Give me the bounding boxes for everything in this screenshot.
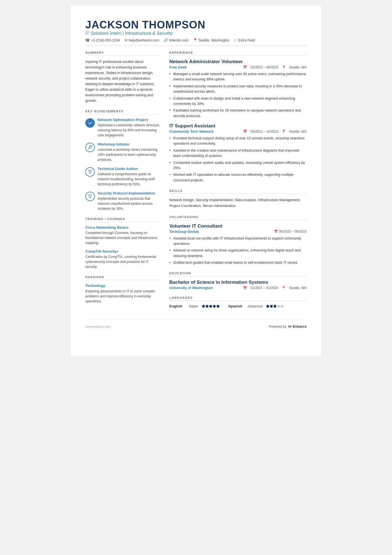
achievement-content: Workshop Initiator Launched a workshop s… <box>98 142 160 162</box>
candidate-title: IT Solutions Intern | Infrastructure & S… <box>85 31 307 36</box>
lang-name-english: English <box>169 304 186 308</box>
calendar-icon: 📅 <box>243 286 247 290</box>
languages-row: English Native Spanish Advanced <box>169 304 307 308</box>
bullet-item: Provided technical support during setup … <box>169 136 307 147</box>
training-item: CompTIA Security+ Certification by CompT… <box>85 249 160 269</box>
achievement-item: Technical Guide Author Authored a compre… <box>85 167 160 187</box>
location-text: Seattle, Washington <box>199 38 229 42</box>
job-company: Community Tech Network <box>169 129 214 134</box>
candidate-name: JACKSON THOMPSON <box>85 19 307 31</box>
calendar-icon: 📅 <box>243 130 247 134</box>
enhancv-logo: ∞ Enhancv <box>288 324 307 329</box>
job-entry: IT Support Assistant Community Tech Netw… <box>169 123 307 183</box>
education-entry: Bachelor of Science in Information Syste… <box>169 280 307 290</box>
location-icon: 📍 <box>193 38 197 42</box>
dot <box>202 305 205 308</box>
resume-page: JACKSON THOMPSON IT Solutions Intern | I… <box>71 6 321 356</box>
bullet-item: Assisted local non-profits with IT infra… <box>169 236 307 247</box>
achievement-title: Security Protocol Implementation <box>98 191 160 195</box>
left-column: SUMMARY Aspiring IT professional excited… <box>85 51 160 308</box>
training-desc: Certification by CompTIA, covering funda… <box>85 254 160 269</box>
extra-text: Extra Field <box>238 38 255 42</box>
calendar-icon: 📅 <box>243 65 247 69</box>
edu-location: Seattle, WA <box>289 286 307 290</box>
dot <box>270 305 273 308</box>
job-entry: Network Administrator Volunteer Free Gee… <box>169 59 307 119</box>
brand-name: Enhancv <box>293 325 307 329</box>
contact-email: ✉ help@enhancv.com <box>125 38 159 42</box>
language-item-english: English Native <box>169 304 219 308</box>
achievement-content: Technical Guide Author Authored a compre… <box>98 167 160 187</box>
job-bullets: Managed a small-scale network serving ov… <box>169 71 307 119</box>
bullet-item: Facilitated training workshops for 30 vo… <box>169 108 307 119</box>
achievement-icon-check <box>85 118 95 128</box>
vol-org: TechSoup Global <box>169 230 199 234</box>
dot <box>266 305 269 308</box>
achievement-desc: Authored a comprehensive guide on networ… <box>98 172 160 187</box>
achievement-icon-trophy <box>85 167 95 177</box>
summary-section-title: SUMMARY <box>85 51 160 56</box>
achievement-desc: Launched a workshop series introducing 1… <box>98 147 160 162</box>
pin-icon: 📍 <box>282 286 286 290</box>
star-icon: ☆ <box>234 38 237 42</box>
dot <box>274 305 276 308</box>
edu-date-loc: 📅 01/2021 – 01/2025 📍 Seattle, WA <box>243 286 307 290</box>
achievement-item: Security Protocol Implementation Impleme… <box>85 191 160 211</box>
footer-brand: Powered by ∞ Enhancv <box>269 324 307 329</box>
achievement-desc: Optimized a community network structure,… <box>98 123 160 138</box>
powered-by-text: Powered by <box>269 325 286 329</box>
experience-section-title: EXPERIENCE <box>169 51 307 56</box>
training-title: Cisco Networking Basics <box>85 225 160 230</box>
bullet-item: Advised on network setup for three organ… <box>169 248 307 259</box>
language-item-spanish: Spanish Advanced <box>228 304 284 308</box>
job-bullets: Provided technical support during setup … <box>169 136 307 183</box>
right-column: EXPERIENCE Network Administrator Volunte… <box>169 51 307 308</box>
bullet-item: Managed a small-scale network serving ov… <box>169 71 307 82</box>
languages-section-title: LANGUAGES <box>169 296 307 301</box>
achievement-icon-wrench <box>85 143 95 152</box>
job-location: Seattle, WA <box>289 130 307 134</box>
lang-dots-spanish <box>266 305 284 308</box>
dot <box>277 305 280 308</box>
edu-meta: University of Washington 📅 01/2021 – 01/… <box>169 286 307 290</box>
contact-linkedin: 🔗 linkedin.com <box>163 38 188 42</box>
training-section-title: TRAINING / COURSES <box>85 217 160 222</box>
achievements-section-title: KEY ACHIEVEMENTS <box>85 110 160 114</box>
footer: www.enhancv.com Powered by ∞ Enhancv <box>85 319 307 329</box>
passions-section-title: PASSIONS <box>85 275 160 280</box>
dot <box>281 305 284 308</box>
passion-item: Technology Exploring advancements in IT … <box>85 283 160 304</box>
volunteering-section-title: VOLUNTEERING <box>169 215 307 220</box>
skills-text: Network Design, Security Implementation,… <box>169 197 307 209</box>
job-meta: Free Geek 📅 02/2023 – 08/2023 📍 Seattle,… <box>169 65 307 69</box>
lang-dots-english <box>202 305 219 308</box>
bullet-item: Assisted in the creation and maintenance… <box>169 148 307 159</box>
passion-desc: Exploring advancements in IT to solve co… <box>85 289 160 304</box>
linkedin-icon: 🔗 <box>163 38 168 42</box>
training-desc: Completed through Coursera, focusing on … <box>85 230 160 245</box>
achievement-icon-trophy2 <box>85 192 95 201</box>
linkedin-text: linkedin.com <box>169 38 188 42</box>
lang-level-english: Native <box>189 304 198 308</box>
pin-icon: 📍 <box>282 130 286 134</box>
job-title: Network Administrator Volunteer <box>169 59 307 65</box>
training-title: CompTIA Security+ <box>85 249 160 253</box>
job-date-loc: 📅 04/2023 – 10/2023 📍 Seattle, WA <box>243 130 307 134</box>
email-icon: ✉ <box>125 38 128 42</box>
dot <box>217 305 219 308</box>
edu-school: University of Washington <box>169 286 213 290</box>
email-text: help@enhancv.com <box>129 38 159 42</box>
dot <box>209 305 212 308</box>
lang-name-spanish: Spanish <box>228 304 245 308</box>
achievement-title: Network Optimization Project <box>98 118 160 122</box>
phone-text: +1-(234)-555-1234 <box>91 38 120 42</box>
main-layout: SUMMARY Aspiring IT professional excited… <box>85 51 307 308</box>
bullet-item: Collaborated with team to design and ins… <box>169 96 307 107</box>
passion-title: Technology <box>85 283 160 288</box>
achievement-item: Workshop Initiator Launched a workshop s… <box>85 142 160 162</box>
vol-date: 📅 06/2023 – 09/2023 <box>274 230 307 233</box>
job-meta: Community Tech Network 📅 04/2023 – 10/20… <box>169 129 307 134</box>
vol-title: Volunteer IT Consultant <box>169 223 307 229</box>
contact-phone: ☎ +1-(234)-555-1234 <box>85 38 120 42</box>
bullet-item: Drafted tech guides that enabled small t… <box>169 260 307 265</box>
